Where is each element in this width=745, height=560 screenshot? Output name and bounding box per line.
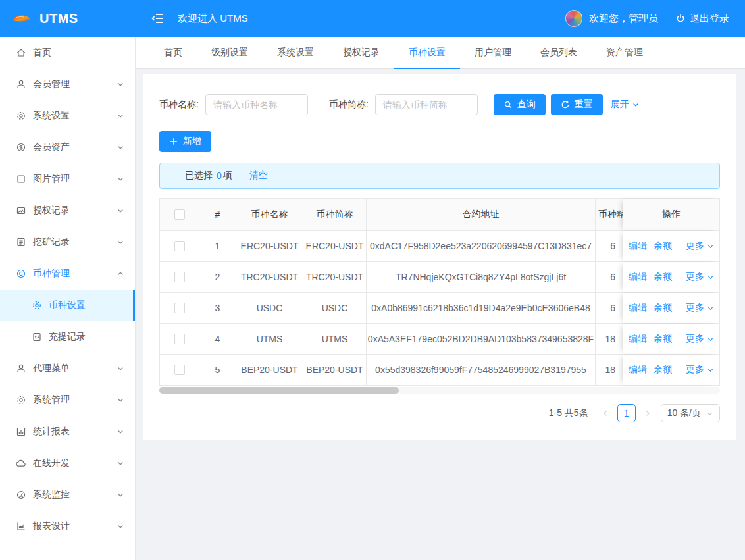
bar-chart-icon (16, 426, 26, 437)
menu-fold-icon[interactable] (151, 12, 165, 25)
row-checkbox[interactable] (174, 365, 185, 375)
more-dropdown[interactable]: 更多 (686, 271, 714, 283)
sidebar-item-system-management[interactable]: 系统管理 (0, 384, 135, 416)
balance-link[interactable]: 余额 (654, 364, 672, 376)
table-row: 2 TRC20-USDT TRC20-USDT TR7NHqjeKQxGTCi8… (160, 261, 719, 292)
home-icon (16, 47, 26, 58)
row-checkbox[interactable] (174, 241, 185, 251)
balance-link[interactable]: 余额 (654, 333, 672, 345)
row-index: 4 (199, 324, 236, 354)
coin-precision: 6 (596, 262, 623, 292)
picture-icon (16, 205, 26, 216)
tab-asset-management[interactable]: 资产管理 (592, 37, 657, 68)
power-icon (675, 13, 690, 24)
app-logo-icon (12, 13, 32, 24)
col-name: 币种名称 (236, 199, 303, 230)
next-page-button[interactable] (640, 404, 655, 422)
contract-address: 0xA5A3EF179ec052BD2DB9AD103b583734965382… (367, 324, 596, 354)
prev-page-button[interactable] (598, 404, 613, 422)
sidebar-item-system-settings[interactable]: 系统设置 (0, 100, 135, 132)
sidebar-item-auth-records[interactable]: 授权记录 (0, 195, 135, 226)
tab-member-list[interactable]: 会员列表 (526, 37, 592, 68)
coin-name: USDC (236, 293, 303, 323)
coin-precision: 6 (596, 231, 623, 261)
select-all-checkbox[interactable] (174, 209, 185, 220)
balance-link[interactable]: 余额 (654, 240, 672, 252)
selected-prefix: 已选择 (185, 170, 213, 182)
user-avatar[interactable] (565, 10, 582, 27)
sidebar-item-agent-menu[interactable]: 代理菜单 (0, 353, 135, 384)
add-button[interactable]: 新增 (159, 131, 211, 152)
edit-link[interactable]: 编辑 (629, 364, 647, 376)
edit-link[interactable]: 编辑 (629, 271, 647, 283)
chevron-down-icon (706, 410, 713, 417)
tab-user-management[interactable]: 用户管理 (460, 37, 526, 68)
coin-name: UTMS (236, 324, 303, 354)
edit-link[interactable]: 编辑 (629, 302, 647, 314)
tab-home[interactable]: 首页 (149, 37, 197, 68)
sidebar-item-coin-settings[interactable]: 币种设置 (0, 290, 135, 321)
expand-toggle[interactable]: 展开 (611, 99, 640, 111)
chevron-down-icon (116, 175, 124, 183)
chevron-down-icon (116, 112, 124, 120)
row-checkbox[interactable] (174, 334, 185, 344)
more-dropdown[interactable]: 更多 (686, 302, 714, 314)
balance-link[interactable]: 余额 (654, 302, 672, 314)
coin-abbr: TRC20-USDT (303, 262, 367, 292)
sidebar-item-mining-records[interactable]: 挖矿记录 (0, 226, 135, 258)
divider (679, 303, 679, 313)
row-checkbox[interactable] (174, 272, 185, 282)
tab-coin-settings[interactable]: 币种设置 (394, 37, 460, 68)
more-dropdown[interactable]: 更多 (686, 364, 714, 376)
welcome-text: 欢迎进入 UTMS (178, 13, 248, 25)
more-dropdown[interactable]: 更多 (686, 240, 714, 252)
chevron-down-icon (116, 428, 124, 436)
reset-button[interactable]: 重置 (551, 94, 603, 115)
search-button[interactable]: 查询 (494, 94, 546, 115)
square-icon (16, 174, 26, 184)
chevron-down-icon (632, 101, 640, 109)
sidebar-item-online-development[interactable]: 在线开发 (0, 447, 135, 479)
sidebar-item-image-management[interactable]: 图片管理 (0, 163, 135, 195)
sidebar-item-members[interactable]: 会员管理 (0, 68, 135, 100)
sidebar-item-member-assets[interactable]: 会员资产 (0, 132, 135, 163)
sidebar-item-system-monitoring[interactable]: 系统监控 (0, 479, 135, 511)
coin-abbr: BEP20-USDT (303, 355, 367, 385)
user-icon (16, 363, 26, 374)
coin-abbr: UTMS (303, 324, 367, 354)
chevron-down-icon (116, 491, 124, 499)
sidebar-item-report-design[interactable]: 报表设计 (0, 511, 135, 542)
table-row: 3 USDC USDC 0xA0b86991c6218b36c1d19D4a2e… (160, 292, 719, 323)
page-size-select[interactable]: 10 条/页 (661, 404, 720, 422)
tab-level-settings[interactable]: 级别设置 (197, 37, 263, 68)
row-index: 5 (199, 355, 236, 385)
sidebar-item-home[interactable]: 首页 (0, 37, 135, 68)
contract-address: 0xdAC17F958D2ee523a2206206994597C13D831e… (367, 231, 596, 261)
row-checkbox[interactable] (174, 303, 185, 313)
scrollbar-thumb[interactable] (159, 387, 399, 394)
sidebar-item-deposit-withdraw-records[interactable]: 充提记录 (0, 321, 135, 353)
page-number[interactable]: 1 (617, 404, 636, 422)
edit-link[interactable]: 编辑 (629, 333, 647, 345)
tab-auth-records[interactable]: 授权记录 (328, 37, 394, 68)
more-dropdown[interactable]: 更多 (686, 333, 714, 345)
col-abbr: 币种简称 (303, 199, 367, 230)
tab-system-settings[interactable]: 系统设置 (263, 37, 328, 68)
coin-abbr: USDC (303, 293, 367, 323)
coin-name-input[interactable] (205, 94, 308, 115)
sidebar-item-coin-management[interactable]: 币种管理 (0, 258, 135, 290)
divider (679, 272, 679, 282)
tab-bar: 首页 级别设置 系统设置 授权记录 币种设置 用户管理 会员列表 资产管理 (136, 37, 745, 69)
gear-icon (16, 111, 26, 121)
filter-row: 币种名称: 币种简称: 查询 重置 展开 (159, 94, 720, 115)
sidebar-item-statistics-reports[interactable]: 统计报表 (0, 416, 135, 447)
balance-link[interactable]: 余额 (654, 271, 672, 283)
clear-selection-link[interactable]: 清空 (249, 170, 268, 182)
horizontal-scrollbar (159, 387, 720, 394)
row-index: 1 (199, 231, 236, 261)
logout-button[interactable]: 退出登录 (675, 13, 729, 25)
coin-name-label: 币种名称: (159, 99, 199, 111)
edit-link[interactable]: 编辑 (629, 240, 647, 252)
coin-name: ERC20-USDT (236, 231, 303, 261)
coin-abbr-input[interactable] (375, 94, 478, 115)
